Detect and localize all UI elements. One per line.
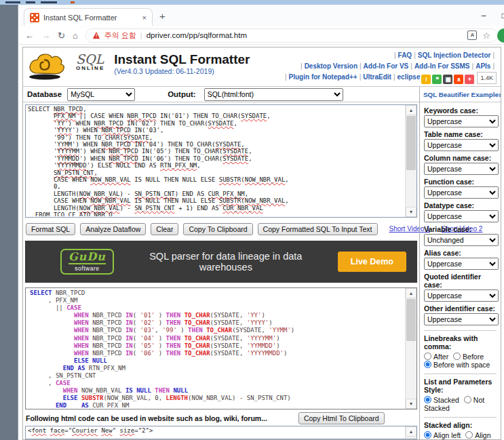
share-bookmark-icon[interactable]: !	[421, 75, 431, 84]
variable-case-select[interactable]: Unchanged	[424, 234, 499, 246]
column-name-case-select[interactable]: Uppercase	[424, 163, 499, 175]
linebreaks-with-comma-option[interactable]: After	[424, 353, 450, 361]
format-sql-button[interactable]: Format SQL	[26, 223, 75, 235]
code-line: 'YYYY') WHEN NBR_TPCD IN('03',	[28, 127, 405, 134]
header-link[interactable]: SQL Injection Detector	[418, 52, 491, 59]
database-select[interactable]: MySQL	[67, 88, 135, 101]
sql-token: IN	[125, 327, 133, 334]
header-link[interactable]: FAQ	[398, 52, 412, 59]
scrollbar[interactable]: ▲ ▼	[405, 105, 416, 217]
clear-button[interactable]: Clear	[151, 223, 178, 235]
scrollbar[interactable]: ▲	[405, 426, 416, 439]
scroll-down-arrow-icon[interactable]: ▼	[406, 207, 416, 217]
main-column: Database MySQL Output: SQL(html:font) SE…	[23, 87, 419, 439]
live-demo-button[interactable]: Live Demo	[338, 252, 406, 272]
output-select[interactable]: SQL(html:font)	[204, 88, 343, 101]
sql-token: THEN	[166, 312, 181, 319]
sql-token: ,	[155, 327, 162, 334]
header-link[interactable]: UltraEdit	[363, 73, 391, 81]
code-line: ELSE NULL	[30, 357, 405, 365]
sql-token: NBR_TPCD	[89, 335, 125, 342]
radio-button-icon[interactable]	[465, 431, 473, 439]
forward-icon[interactable]: →	[41, 31, 50, 41]
code-line: SN_PSTN_CNT,	[28, 169, 405, 176]
new-tab-button[interactable]: +	[159, 10, 166, 22]
sql-token: (SYSDATE,	[210, 319, 247, 326]
security-warning-icon[interactable]: !	[93, 32, 100, 39]
copy-html-button[interactable]: Copy Html To Clipboard	[298, 412, 385, 424]
back-icon[interactable]: ←	[25, 31, 34, 41]
separator: |	[394, 52, 396, 59]
html-code-text[interactable]: <font face="Courier New" size="2">	[28, 427, 405, 439]
scroll-up-arrow-icon[interactable]: ▲	[406, 426, 416, 437]
other-identifier-case-select[interactable]: Uppercase	[424, 313, 499, 325]
linebreaks-with-comma-option[interactable]: Before	[453, 353, 484, 361]
bookmark-star-icon[interactable]: ☆	[482, 31, 490, 41]
sql-token	[30, 350, 74, 357]
radio-button-icon[interactable]	[424, 353, 431, 360]
function-case-select[interactable]: Uppercase	[424, 186, 499, 199]
header-link[interactable]: Plugin for Notepad++	[289, 73, 357, 81]
header-link[interactable]: eclipse	[398, 73, 421, 81]
share-plus-icon[interactable]: +	[465, 75, 474, 84]
profile-avatar[interactable]	[497, 28, 504, 43]
copy-formatted-sql-to-input-text-button[interactable]: Copy Formatted SQL To Input Text	[258, 223, 378, 235]
scrollbar[interactable]: ▲ ▼	[405, 288, 416, 409]
minimize-button[interactable]: –	[473, 11, 494, 20]
keywords-case-select[interactable]: Uppercase	[424, 115, 499, 127]
radio-button-icon[interactable]	[424, 396, 431, 403]
radio-button-icon[interactable]	[424, 361, 431, 368]
reload-icon[interactable]: ↻	[58, 31, 65, 41]
action-buttons: Format SQLAnalyze DataflowClearCopy To C…	[23, 220, 419, 238]
scroll-up-arrow-icon[interactable]: ▲	[406, 105, 416, 115]
copy-to-clipboard-button[interactable]: Copy To Clipboard	[183, 223, 252, 235]
share-chat-icon[interactable]: ❝	[432, 75, 442, 84]
ad-banner[interactable]: GuDu software SQL parser for data lineag…	[25, 241, 417, 283]
sql-token: TO_CHAR	[185, 312, 210, 319]
beautifier-examples: SQL Beautifier Examples: 1|2|3|4|	[420, 87, 501, 102]
radio-button-icon[interactable]	[424, 431, 431, 439]
version-text: (Ver4.0.3 Updated: 06-11-2019)	[114, 67, 250, 75]
sql-token: THEN	[166, 319, 181, 326]
alias-case-select[interactable]: Uppercase	[424, 258, 499, 270]
linebreaks-with-comma-option[interactable]: Before with space	[424, 361, 490, 369]
header-link[interactable]: APIs	[476, 62, 490, 70]
option-label: Before with space	[433, 361, 490, 369]
tab-close-icon[interactable]: ×	[142, 14, 147, 22]
url-bar[interactable]: ! 주의 요함 | dpriver.com/pp/sqlformat.htm A…	[85, 28, 498, 43]
database-label: Database	[27, 90, 62, 98]
sql-output-panel[interactable]: SELECT NBR_TPCD , PFX_NM || CASE WHEN NB…	[25, 287, 417, 409]
scroll-up-arrow-icon[interactable]: ▲	[406, 288, 416, 298]
separator: |	[393, 73, 395, 81]
site-logo[interactable]: SQL ONLINE	[27, 49, 104, 86]
translate-icon[interactable]: A	[467, 31, 477, 40]
html-code-box[interactable]: <font face="Courier New" size="2"> ▲	[25, 426, 417, 439]
sql-token	[30, 387, 63, 394]
scroll-thumb[interactable]	[406, 116, 416, 170]
header-link[interactable]: Add-In For SSMS	[414, 62, 470, 70]
home-icon[interactable]: ⌂	[73, 31, 78, 41]
analyze-dataflow-button[interactable]: Analyze Dataflow	[80, 223, 146, 235]
radio-button-icon[interactable]	[464, 396, 471, 403]
datatype-case-select[interactable]: Uppercase	[424, 210, 499, 222]
sql-token: (	[133, 342, 140, 349]
quoted-identifier-case-select[interactable]: Uppercase	[424, 289, 499, 302]
share-reddit-icon[interactable]: ᴥ	[454, 75, 463, 84]
sql-token: (	[133, 319, 140, 326]
browser-tab[interactable]: Instant SQL Formatter ×	[24, 8, 153, 26]
share-camera-icon[interactable]: ▣	[443, 75, 452, 84]
header-link[interactable]: Add-In For VS	[364, 62, 409, 70]
header-link[interactable]: Desktop Version	[305, 62, 357, 70]
list-and-parameters-style-option[interactable]: Stacked	[424, 396, 461, 404]
scroll-down-arrow-icon[interactable]: ▼	[406, 399, 416, 409]
scroll-thumb[interactable]	[406, 299, 416, 341]
maximize-button[interactable]: □	[494, 11, 504, 20]
sql-input-text[interactable]: SELECT NBR_TPCD, PFX_NM || CASE WHEN NBR…	[28, 106, 405, 216]
logo-sql-text: SQL	[76, 53, 104, 65]
table-name-case-select[interactable]: Uppercase	[424, 139, 499, 151]
radio-button-icon[interactable]	[453, 353, 461, 360]
sql-token: (SYSDATE,	[232, 327, 269, 334]
sql-input-editor[interactable]: SELECT NBR_TPCD, PFX_NM || CASE WHEN NBR…	[25, 104, 417, 218]
stacked-align-option[interactable]: Align left	[424, 431, 463, 439]
code-line: 'YY') WHEN NBR_TPCD IN('02') THEN TO_CHA…	[28, 120, 405, 127]
